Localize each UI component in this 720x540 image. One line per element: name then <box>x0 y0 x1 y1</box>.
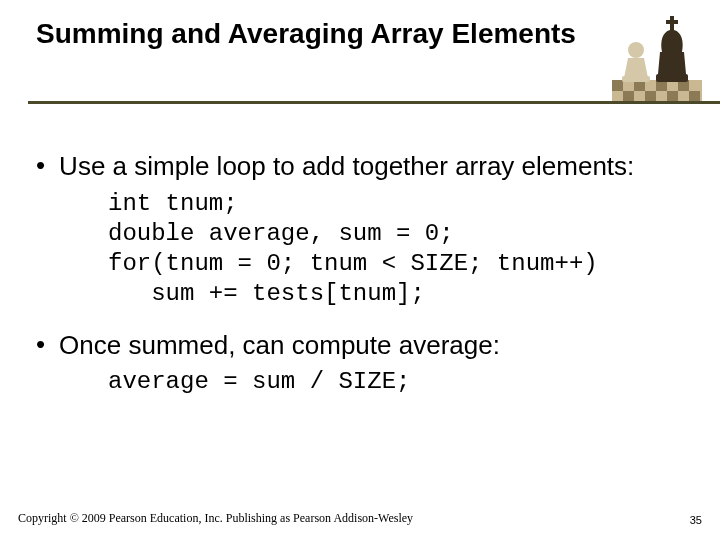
svg-rect-11 <box>622 76 650 82</box>
code-block: average = sum / SIZE; <box>108 367 684 397</box>
bullet-text: Once summed, can compute average: <box>59 329 500 362</box>
bullet-item: • Use a simple loop to add together arra… <box>36 150 684 183</box>
svg-rect-9 <box>656 74 688 82</box>
bullet-marker: • <box>36 150 45 181</box>
chess-decoration-icon <box>612 10 702 102</box>
slide-footer: Copyright © 2009 Pearson Education, Inc.… <box>18 511 702 526</box>
slide-header: Summing and Averaging Array Elements <box>0 0 720 114</box>
copyright-text: Copyright © 2009 Pearson Education, Inc.… <box>18 511 413 526</box>
svg-point-10 <box>628 42 644 58</box>
slide-content: • Use a simple loop to add together arra… <box>0 114 720 397</box>
code-block: int tnum; double average, sum = 0; for(t… <box>108 189 684 309</box>
bullet-marker: • <box>36 329 45 360</box>
bullet-text: Use a simple loop to add together array … <box>59 150 634 183</box>
header-divider <box>28 101 720 104</box>
page-number: 35 <box>690 514 702 526</box>
bullet-item: • Once summed, can compute average: <box>36 329 684 362</box>
svg-rect-1 <box>612 80 623 91</box>
